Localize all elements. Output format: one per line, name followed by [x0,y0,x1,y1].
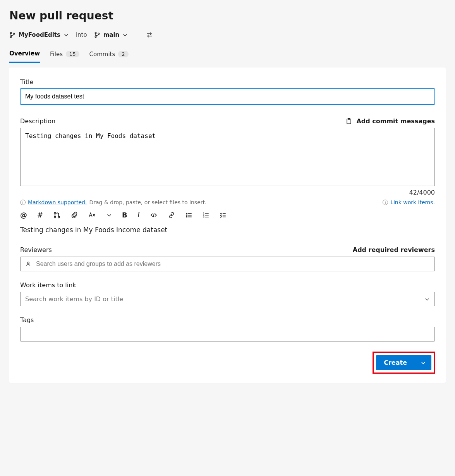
description-preview: Testing changes in My Foods Income datas… [20,226,435,234]
work-items-dropdown[interactable]: Search work items by ID or title [20,292,435,306]
link-work-items-label: Link work items. [390,199,435,205]
reviewers-input[interactable] [35,260,430,268]
svg-point-2 [13,33,15,34]
branch-icon [9,32,15,38]
create-button-label: Create [376,355,415,370]
branch-icon [94,32,100,38]
pr-form-card: Title Description Add commit messages 42… [9,67,446,383]
svg-point-13 [186,216,187,217]
reviewers-search[interactable] [20,257,435,271]
tags-input[interactable] [20,327,435,341]
add-commit-messages-button[interactable]: Add commit messages [345,117,435,125]
svg-point-0 [10,32,12,34]
text-style-icon[interactable] [88,212,96,219]
link-icon[interactable] [168,212,175,219]
chevron-down-icon [122,32,128,38]
markdown-helper-text: Drag & drop, paste, or select files to i… [89,199,206,205]
svg-rect-17 [205,215,209,216]
clipboard-icon [345,118,352,125]
swap-icon[interactable] [146,32,153,38]
tags-label: Tags [20,316,435,324]
work-items-label: Work items to link [20,281,435,289]
svg-rect-15 [205,213,209,214]
reviewers-label: Reviewers [20,246,52,254]
pull-request-icon[interactable] [53,211,61,219]
svg-point-11 [186,213,187,214]
svg-point-5 [98,33,100,34]
svg-point-12 [186,215,187,216]
tab-label: Files [50,51,63,58]
create-button-highlight: Create [373,352,435,374]
create-button[interactable]: Create [376,355,431,370]
chevron-down-icon [64,32,69,38]
tab-label: Commits [89,51,115,58]
svg-point-4 [95,36,96,38]
bold-icon[interactable]: B [122,211,127,219]
checklist-icon[interactable] [220,212,227,219]
source-branch-name: MyFoodEdits [19,31,60,38]
info-icon: i [20,200,26,205]
tab-overview[interactable]: Overview [9,48,40,63]
tab-commits[interactable]: Commits 2 [89,48,129,63]
description-label: Description [20,117,55,125]
bullet-list-icon[interactable] [185,212,192,219]
work-items-placeholder: Search work items by ID or title [25,295,123,303]
target-branch-name: main [103,31,120,38]
svg-text:3: 3 [203,216,204,218]
editor-toolbar: @ # B I [20,211,435,219]
branch-selector-row: MyFoodEdits into main [9,31,446,38]
code-icon[interactable] [150,212,158,219]
person-icon [25,261,31,267]
title-input[interactable] [20,89,435,104]
files-count-badge: 15 [66,51,79,57]
page-title: New pull request [9,9,446,22]
target-branch-picker[interactable]: main [94,31,128,38]
svg-point-3 [95,32,96,34]
description-input[interactable] [20,128,435,186]
hash-icon[interactable]: # [37,211,43,219]
add-commit-messages-label: Add commit messages [356,117,435,125]
svg-point-20 [27,262,29,264]
into-label: into [76,31,87,38]
add-required-reviewers-label: Add required reviewers [353,246,435,254]
svg-point-10 [58,216,60,218]
svg-point-1 [10,36,12,38]
link-work-items-link[interactable]: i Link work items. [383,199,435,205]
create-button-dropdown[interactable] [415,355,431,370]
mention-icon[interactable]: @ [20,211,27,219]
commits-count-badge: 2 [118,51,128,57]
info-icon: i [383,200,388,205]
tabs: Overview Files 15 Commits 2 [9,48,446,63]
source-branch-picker[interactable]: MyFoodEdits [9,31,69,38]
svg-rect-19 [205,217,209,217]
tab-files[interactable]: Files 15 [50,48,79,63]
numbered-list-icon[interactable]: 1 2 3 [203,212,209,219]
svg-point-8 [54,212,56,214]
title-label: Title [20,78,435,86]
attach-icon[interactable] [71,212,78,219]
add-required-reviewers-button[interactable]: Add required reviewers [353,246,435,254]
svg-point-9 [54,216,56,218]
chevron-down-icon [424,297,430,302]
tab-label: Overview [9,50,40,57]
markdown-supported-link[interactable]: Markdown supported. [28,199,87,205]
chevron-down-icon[interactable] [106,212,112,218]
char-counter: 42/4000 [409,189,435,196]
italic-icon[interactable]: I [137,211,140,219]
